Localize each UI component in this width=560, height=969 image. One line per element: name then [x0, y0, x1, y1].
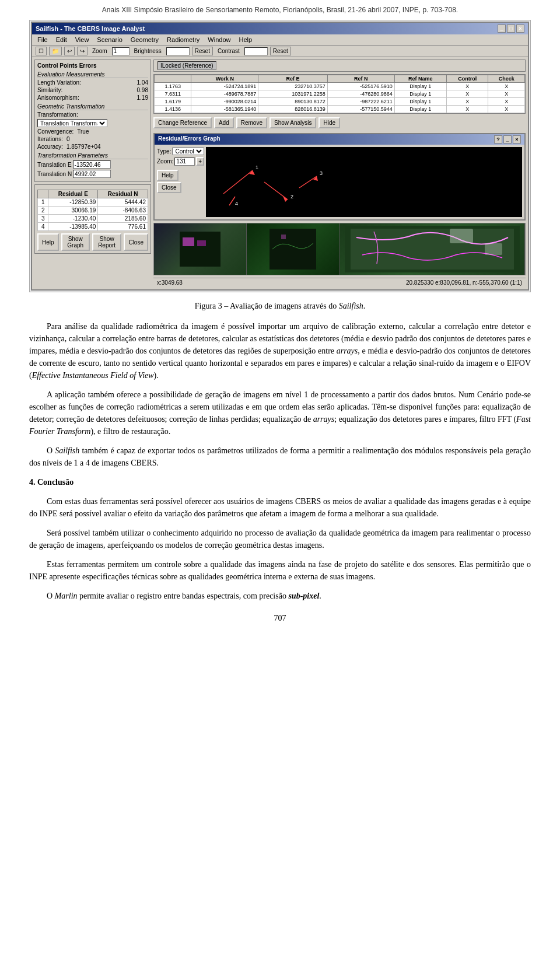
- menu-radiometry[interactable]: Radiometry: [165, 36, 201, 44]
- ct-r4-c0: 1.4136: [155, 106, 191, 113]
- trans-e-input[interactable]: [73, 160, 111, 169]
- menu-help[interactable]: Help: [237, 36, 254, 44]
- paragraph-2: A aplicação também oferece a possibilida…: [29, 389, 531, 438]
- type-select[interactable]: Control: [172, 147, 204, 155]
- toolbar-open[interactable]: 📁: [49, 47, 62, 55]
- menu-geometry[interactable]: Geometry: [129, 36, 160, 44]
- show-graph-button[interactable]: Show Graph: [61, 233, 90, 251]
- trans-n-input[interactable]: [73, 170, 111, 178]
- graph-close-button[interactable]: ×: [513, 135, 521, 144]
- control-table-container: Work N Ref E Ref N Ref Name Control Chec…: [153, 74, 526, 114]
- status-bar: x:3049.68 20.825330 e:830,096.81, n:-555…: [153, 278, 526, 287]
- minimize-button[interactable]: _: [498, 25, 506, 33]
- svg-line-4: [299, 176, 317, 188]
- ct-r1-control: X: [446, 83, 488, 90]
- params-section-title: Transformation Parameters: [37, 152, 148, 159]
- zoom-plus-button[interactable]: +: [196, 157, 204, 166]
- aniso-label: Anisomorphism:: [37, 95, 79, 101]
- residual-col-e: Residual E: [48, 190, 98, 198]
- svg-text:2: 2: [290, 194, 293, 200]
- zoom-input[interactable]: [112, 47, 130, 55]
- change-reference-button[interactable]: Change Reference: [153, 117, 212, 128]
- page-number: 707: [23, 614, 537, 623]
- menu-view[interactable]: View: [74, 36, 91, 44]
- menu-edit[interactable]: Edit: [54, 36, 69, 44]
- trans-n-label: Translation N: [37, 171, 72, 177]
- graph-body: Type: Control Zoom: + H: [155, 145, 524, 219]
- bottom-buttons-left: Help Show Graph Show Report Close: [37, 233, 148, 251]
- graph-help-icon[interactable]: ?: [494, 135, 502, 144]
- ct-r1-refname: Display 1: [394, 83, 446, 90]
- contrast-input[interactable]: [244, 47, 268, 55]
- show-analysis-button[interactable]: Show Analysis: [270, 117, 316, 128]
- ct-col-control: Control: [446, 75, 488, 83]
- toolbar-reset1[interactable]: Reset: [192, 47, 213, 55]
- remove-button[interactable]: Remove: [236, 117, 267, 128]
- app-window: Sailfish - The CBERS Image Analyst _ □ ×…: [31, 22, 529, 291]
- svg-rect-15: [281, 235, 286, 239]
- italic-sailfish: Sailfish: [55, 446, 79, 455]
- paragraph-4: Com estas duas ferramentas será possível…: [29, 495, 531, 520]
- ct-col-refn: Ref N: [327, 75, 394, 83]
- brightness-input[interactable]: [166, 47, 190, 55]
- svg-rect-13: [197, 240, 206, 246]
- maximize-button[interactable]: □: [507, 25, 515, 33]
- toolbar-new[interactable]: ☐: [36, 47, 47, 55]
- toolbar-undo[interactable]: ↩: [64, 47, 75, 55]
- left-panel: Control Points Errors Evaluation Measure…: [34, 60, 151, 287]
- graph-title: Residual/Errors Graph: [158, 135, 220, 144]
- action-buttons: Change Reference Add Remove Show Analysi…: [153, 117, 526, 128]
- eval-row-similarity: Similarity: 0.98: [37, 87, 148, 93]
- menu-window[interactable]: Window: [206, 36, 232, 44]
- locked-label: ILocked (Reference): [158, 61, 216, 70]
- transformation-select[interactable]: Translation Transformation: [37, 119, 107, 127]
- residual-col-id: [38, 190, 48, 198]
- residual-col-n: Residual N: [98, 190, 148, 198]
- svg-text:1: 1: [256, 165, 258, 170]
- geometric-section-title: Geometric Transformation: [37, 103, 148, 110]
- graph-close-btn[interactable]: Close: [157, 182, 181, 193]
- residual-panel: Residual E Residual N 1 -12850.39 5444.4…: [34, 184, 151, 254]
- show-report-button[interactable]: Show Report: [92, 233, 122, 251]
- table-row: 1.4136 -581365.1940 828016.8139 -577150.…: [155, 106, 525, 113]
- ct-r3-check: X: [488, 98, 525, 106]
- help-button[interactable]: Help: [37, 233, 59, 251]
- type-label: Type:: [157, 148, 171, 155]
- ct-r1-refe: 232710.3757: [258, 83, 328, 90]
- svg-rect-11: [180, 232, 220, 267]
- ct-r3-control: X: [446, 98, 488, 106]
- italic-marlin: Marlin: [55, 592, 78, 600]
- zoom-graph-input[interactable]: [174, 158, 195, 166]
- iterations-label: Iterations:: [37, 136, 63, 142]
- hide-button[interactable]: Hide: [318, 117, 340, 128]
- menu-file[interactable]: File: [36, 36, 50, 44]
- close-panel-button[interactable]: Close: [124, 233, 148, 251]
- similarity-label: Similarity:: [37, 87, 62, 93]
- page-header: Anais XIII Simpósio Brasileiro de Sensor…: [23, 6, 537, 14]
- table-row: 1 -12850.39 5444.42: [38, 198, 148, 207]
- toolbar-redo[interactable]: ↪: [77, 47, 88, 55]
- italic-arrays-1: arrays: [337, 347, 358, 355]
- graph-window: Residual/Errors Graph ? _ × Type:: [153, 133, 526, 221]
- graph-minimize-button[interactable]: _: [503, 135, 512, 144]
- italic-subpixel: sub-pixel: [288, 592, 319, 600]
- paragraph-3: O Sailfish também é capaz de exportar to…: [29, 445, 531, 469]
- type-row: Type: Control: [157, 147, 204, 155]
- zoom-graph-label: Zoom:: [157, 158, 173, 165]
- table-row: 1.1763 -524724.1891 232710.3757 -525176.…: [155, 83, 525, 90]
- add-button[interactable]: Add: [214, 117, 234, 128]
- toolbar-reset2[interactable]: Reset: [270, 47, 291, 55]
- evaluation-section-title: Evaluation Measurements: [37, 71, 148, 78]
- paragraph-heading: 4. Conclusão: [29, 476, 531, 488]
- ct-col-refname: Ref Name: [394, 75, 446, 83]
- menu-scenario[interactable]: Scenario: [95, 36, 124, 44]
- body-text: Para análise da qualidade radiométrica d…: [29, 320, 531, 602]
- close-button[interactable]: ×: [516, 25, 524, 33]
- contrast-label: Contrast: [218, 48, 240, 54]
- graph-help-button[interactable]: Help: [157, 170, 178, 181]
- status-right: 20.825330 e:830,096.81, n:-555,370.60 (1…: [406, 279, 522, 286]
- figure-caption-text: Figura 3 – Avaliação de imagens através …: [195, 302, 366, 310]
- trans-e-label: Translation E: [37, 162, 72, 168]
- svg-line-0: [223, 170, 253, 194]
- table-row: 4 -13985.40 776.61: [38, 223, 148, 231]
